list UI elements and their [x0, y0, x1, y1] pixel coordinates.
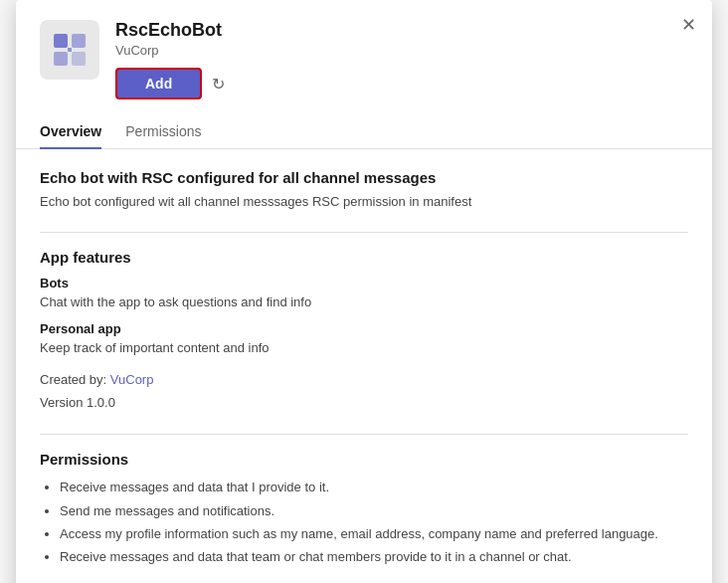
divider-2 — [40, 434, 688, 435]
list-item: Receive messages and data that I provide… — [60, 476, 688, 498]
permissions-title: Permissions — [40, 451, 688, 468]
main-desc: Echo bot configured wit all channel mess… — [40, 192, 688, 212]
svg-rect-2 — [54, 52, 68, 66]
app-actions: Add ↻ — [115, 68, 225, 99]
tab-overview[interactable]: Overview — [40, 115, 101, 149]
svg-rect-3 — [72, 52, 86, 66]
list-item: Receive messages and data that team or c… — [60, 545, 688, 568]
created-by-label: Created by: — [40, 372, 106, 387]
svg-rect-0 — [54, 34, 68, 48]
version-label: Version — [40, 395, 83, 410]
add-button[interactable]: Add — [115, 68, 202, 99]
svg-rect-1 — [72, 34, 86, 48]
tabs-bar: Overview Permissions — [16, 115, 712, 149]
refresh-icon[interactable]: ↻ — [212, 75, 225, 94]
close-button[interactable]: ✕ — [681, 16, 696, 34]
app-features-title: App features — [40, 249, 688, 266]
app-features-section: App features Bots Chat with the app to a… — [40, 249, 688, 415]
app-company: VuCorp — [115, 43, 225, 58]
app-logo-icon — [52, 32, 88, 68]
main-description-section: Echo bot with RSC configured for all cha… — [40, 169, 688, 212]
feature-personalapp-desc: Keep track of important content and info — [40, 338, 688, 358]
app-info: RscEchoBot VuCorp Add ↻ — [115, 20, 225, 99]
dialog-header: RscEchoBot VuCorp Add ↻ ✕ — [16, 0, 712, 115]
main-title: Echo bot with RSC configured for all cha… — [40, 169, 688, 186]
content-area: Echo bot with RSC configured for all cha… — [16, 149, 712, 583]
permissions-section: Permissions Receive messages and data th… — [40, 451, 688, 569]
divider-1 — [40, 232, 688, 233]
app-icon — [40, 20, 99, 80]
app-name: RscEchoBot — [115, 20, 225, 41]
feature-bots-desc: Chat with the app to ask questions and f… — [40, 292, 688, 312]
list-item: Send me messages and notifications. — [60, 499, 688, 522]
feature-personalapp-label: Personal app — [40, 321, 688, 336]
version-value: 1.0.0 — [87, 395, 115, 410]
permissions-list: Receive messages and data that I provide… — [40, 476, 688, 569]
created-by-link[interactable]: VuCorp — [110, 372, 154, 387]
meta-info: Created by: VuCorp Version 1.0.0 — [40, 368, 688, 415]
app-dialog: RscEchoBot VuCorp Add ↻ ✕ Overview Permi… — [16, 0, 712, 583]
feature-bots-label: Bots — [40, 276, 688, 291]
tab-permissions[interactable]: Permissions — [125, 115, 201, 149]
list-item: Access my profile information such as my… — [60, 522, 688, 545]
